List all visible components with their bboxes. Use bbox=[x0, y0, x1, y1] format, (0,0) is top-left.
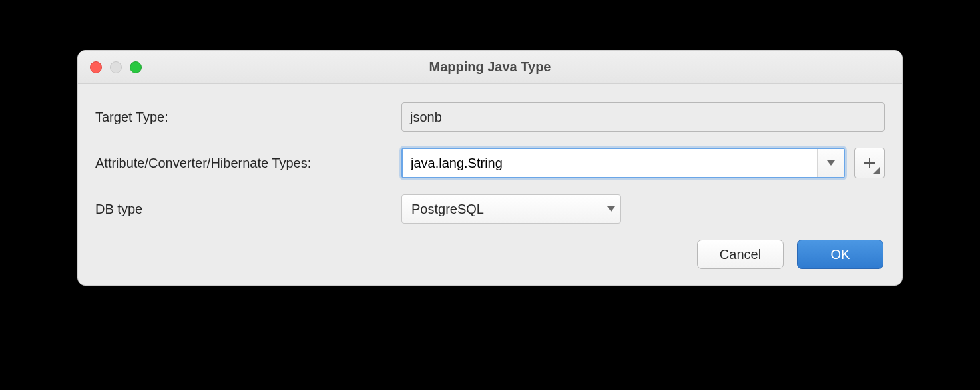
cancel-button[interactable]: Cancel bbox=[697, 240, 784, 269]
db-type-selected-value: PostgreSQL bbox=[411, 202, 484, 217]
chevron-down-icon bbox=[607, 206, 615, 212]
row-target-type: Target Type: jsonb bbox=[95, 102, 885, 132]
titlebar: Mapping Java Type bbox=[78, 51, 902, 84]
dialog-button-bar: Cancel OK bbox=[95, 240, 885, 269]
chevron-down-icon bbox=[827, 160, 835, 166]
label-attribute-types: Attribute/Converter/Hibernate Types: bbox=[95, 156, 401, 171]
maximize-window-button[interactable] bbox=[130, 61, 142, 73]
close-window-button[interactable] bbox=[90, 61, 102, 73]
svg-rect-1 bbox=[864, 162, 875, 164]
ok-button[interactable]: OK bbox=[797, 240, 883, 269]
dialog-content: Target Type: jsonb Attribute/Converter/H… bbox=[78, 84, 902, 285]
ok-button-label: OK bbox=[831, 247, 850, 262]
dialog-title: Mapping Java Type bbox=[429, 59, 551, 75]
minimize-window-button bbox=[110, 61, 122, 73]
attribute-types-input[interactable] bbox=[403, 149, 817, 177]
attribute-types-dropdown-button[interactable] bbox=[817, 149, 844, 177]
label-db-type: DB type bbox=[95, 202, 401, 217]
target-type-value: jsonb bbox=[410, 110, 442, 125]
row-attribute-types: Attribute/Converter/Hibernate Types: bbox=[95, 148, 885, 178]
window-controls bbox=[90, 61, 142, 73]
label-target-type: Target Type: bbox=[95, 110, 401, 125]
cancel-button-label: Cancel bbox=[720, 247, 761, 262]
mapping-java-type-dialog: Mapping Java Type Target Type: jsonb Att… bbox=[77, 50, 903, 286]
target-type-field: jsonb bbox=[401, 102, 885, 132]
add-type-button[interactable] bbox=[854, 148, 885, 178]
attribute-types-combobox[interactable] bbox=[401, 148, 845, 178]
db-type-combobox[interactable]: PostgreSQL bbox=[401, 194, 621, 224]
row-db-type: DB type PostgreSQL bbox=[95, 194, 885, 224]
dropdown-corner-icon bbox=[873, 167, 880, 174]
